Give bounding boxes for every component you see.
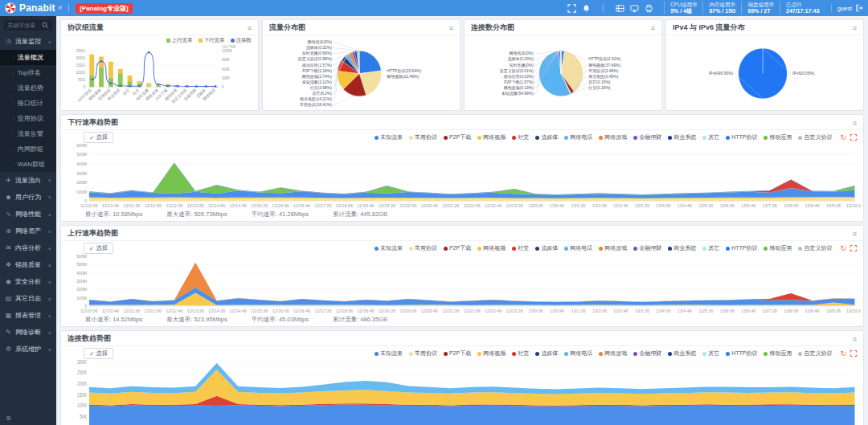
- legend-item-移动应用[interactable]: 移动应用: [764, 349, 792, 358]
- legend-item-金融理财[interactable]: 金融理财: [633, 244, 661, 252]
- refresh-icon[interactable]: ↻: [840, 350, 846, 358]
- legend-item-网络电话[interactable]: 网络电话: [564, 349, 592, 358]
- legend-item-下行流量[interactable]: 下行流量: [199, 37, 225, 44]
- downlink-area-chart[interactable]: 600M500M400M300M200M100M012/10:0612/10:4…: [61, 143, 863, 210]
- printer-icon[interactable]: [645, 4, 653, 13]
- logout-icon[interactable]: [855, 4, 863, 12]
- legend-item-网络视频[interactable]: 网络视频: [477, 349, 506, 358]
- legend-item-金融理财[interactable]: 金融理财: [633, 133, 661, 141]
- sidebar-collapse-icon[interactable]: ≡: [6, 414, 11, 423]
- brand-logo[interactable]: Panabit ®: [5, 2, 62, 14]
- legend-item-网络游戏[interactable]: 网络游戏: [599, 133, 627, 141]
- sidebar-item-流量流向[interactable]: ✈流量流向∨: [0, 172, 56, 189]
- notification-bell-icon[interactable]: [582, 4, 591, 13]
- legend-item-未知流量[interactable]: 未知流量: [375, 244, 403, 252]
- sidebar-item-应用协议[interactable]: ·应用协议: [0, 111, 56, 126]
- legend-item-移动应用[interactable]: 移动应用: [764, 133, 792, 141]
- legend-item-流媒体[interactable]: 流媒体: [535, 349, 558, 358]
- legend-item-上行流量[interactable]: 上行流量: [166, 37, 193, 44]
- legend-item-P2P下载[interactable]: P2P下载: [444, 349, 471, 358]
- legend-item-网络视频[interactable]: 网络视频: [477, 133, 506, 141]
- legend-item-网络电话[interactable]: 网络电话: [564, 133, 592, 141]
- select-button[interactable]: ✓选择: [84, 348, 113, 359]
- sidebar-item-其它日志[interactable]: ▤其它日志∨: [0, 290, 56, 307]
- legend-item-常用协议[interactable]: 常用协议: [409, 349, 437, 358]
- legend-item-社交[interactable]: 社交: [512, 244, 529, 252]
- panel-menu-icon[interactable]: ≡: [651, 24, 655, 32]
- sidebar-item-系统维护[interactable]: ⚙系统维护∨: [0, 341, 56, 358]
- monitor-icon[interactable]: [630, 4, 639, 13]
- legend-item-网络视频[interactable]: 网络视频: [477, 244, 506, 252]
- legend-item-其它[interactable]: 其它: [702, 349, 719, 358]
- legend-item-商业系统[interactable]: 商业系统: [668, 244, 696, 252]
- legend-item-网络游戏[interactable]: 网络游戏: [599, 244, 627, 252]
- legend-item-自定义协议[interactable]: 自定义协议: [798, 133, 832, 141]
- connection-pie-chart[interactable]: HTTP协议(2.42%)网络视频(37.49%)常用协议(2.46%)商业系统…: [465, 35, 661, 110]
- legend-item-移动应用[interactable]: 移动应用: [764, 244, 792, 252]
- legend-item-自定义协议[interactable]: 自定义协议: [798, 349, 832, 358]
- dashboard-icon[interactable]: [616, 4, 624, 13]
- legend-item-常用协议[interactable]: 常用协议: [409, 133, 437, 141]
- sidebar-item-Top排名[interactable]: ·Top排名: [0, 65, 56, 80]
- panel-menu-icon[interactable]: ≡: [449, 24, 453, 32]
- refresh-icon[interactable]: ↻: [840, 134, 846, 141]
- legend-item-商业系统[interactable]: 商业系统: [668, 133, 696, 141]
- legend-item-连接数[interactable]: 连接数: [231, 37, 252, 44]
- sidebar-item-流量监控[interactable]: ◷流量监控∨: [0, 33, 56, 50]
- sidebar-submenu: ·流量概况·Top排名·流量趋势·接口统计·应用协议·流量告警·内网群组·WAN…: [0, 50, 56, 172]
- legend-item-网络电话[interactable]: 网络电话: [564, 244, 592, 252]
- legend-item-社交[interactable]: 社交: [512, 349, 529, 358]
- sidebar-item-用户行为[interactable]: ☻用户行为∨: [0, 189, 56, 206]
- expand-icon[interactable]: [850, 350, 857, 357]
- panel-menu-icon[interactable]: ≡: [853, 335, 857, 343]
- legend-item-其它[interactable]: 其它: [702, 244, 719, 252]
- legend-item-其它[interactable]: 其它: [702, 133, 719, 141]
- legend-item-HTTP协议[interactable]: HTTP协议: [726, 133, 757, 141]
- legend-item-P2P下载[interactable]: P2P下载: [444, 244, 471, 252]
- fullscreen-icon[interactable]: [567, 4, 576, 13]
- panel-menu-icon[interactable]: ≡: [248, 24, 252, 32]
- legend-item-流媒体[interactable]: 流媒体: [535, 244, 558, 252]
- sidebar-search[interactable]: [4, 20, 52, 31]
- sidebar-item-链路质量[interactable]: ❖链路质量∨: [0, 256, 56, 273]
- legend-item-自定义协议[interactable]: 自定义协议: [798, 244, 832, 252]
- protocol-bar-chart[interactable]: 250G200G150G100G50G0120M90M60M30M0114.79…: [61, 44, 258, 110]
- sidebar-item-安全分析[interactable]: ◉安全分析∨: [0, 273, 56, 290]
- expand-icon[interactable]: [850, 245, 857, 251]
- select-button[interactable]: ✓选择: [84, 243, 113, 254]
- panel-menu-icon[interactable]: ≡: [853, 119, 857, 127]
- ip-version-pie-chart[interactable]: IPv6(0.05%)IPv4(99.95%): [666, 35, 863, 110]
- search-input[interactable]: [7, 22, 42, 28]
- select-button[interactable]: ✓选择: [84, 132, 113, 143]
- sidebar-item-报表管理[interactable]: ▦报表管理∨: [0, 307, 56, 324]
- search-icon[interactable]: [42, 22, 49, 29]
- sidebar-item-网络诊断[interactable]: ✎网络诊断∨: [0, 324, 56, 341]
- sidebar-item-内容分析[interactable]: ✉内容分析∨: [0, 239, 56, 256]
- sidebar-item-内网群组[interactable]: ·内网群组: [0, 141, 56, 157]
- legend-item-社交[interactable]: 社交: [512, 133, 529, 141]
- refresh-icon[interactable]: ↻: [840, 245, 846, 252]
- sidebar-item-流量告警[interactable]: ·流量告警: [0, 126, 56, 141]
- legend-item-未知流量[interactable]: 未知流量: [375, 349, 403, 358]
- sidebar-item-流量趋势[interactable]: ·流量趋势: [0, 80, 56, 96]
- sidebar-item-接口统计[interactable]: ·接口统计: [0, 96, 56, 111]
- traffic-pie-chart[interactable]: HTTP协议(23.64%)网络视频(22.49%)网络电话(0%)流媒体(0.…: [263, 35, 460, 110]
- uplink-area-chart[interactable]: 600M500M400M300M200M100M012/10:0612/10:4…: [61, 254, 863, 315]
- connections-area-chart[interactable]: 300K250K200K150K100K50K012/10:0612/10:46…: [61, 359, 863, 425]
- legend-item-HTTP协议[interactable]: HTTP协议: [726, 349, 757, 358]
- expand-icon[interactable]: [850, 134, 857, 141]
- sidebar-item-WAN群组[interactable]: ·WAN群组: [0, 157, 56, 172]
- legend-item-P2P下载[interactable]: P2P下载: [444, 133, 471, 141]
- panel-menu-icon[interactable]: ≡: [853, 24, 857, 32]
- legend-item-网络游戏[interactable]: 网络游戏: [599, 349, 627, 358]
- legend-item-常用协议[interactable]: 常用协议: [409, 244, 437, 252]
- sidebar-item-网络资产[interactable]: ⊕网络资产∨: [0, 223, 56, 239]
- sidebar-item-网络性能[interactable]: ∿网络性能∨: [0, 206, 56, 223]
- legend-item-未知流量[interactable]: 未知流量: [375, 133, 403, 141]
- legend-item-流媒体[interactable]: 流媒体: [535, 133, 558, 141]
- legend-item-金融理财[interactable]: 金融理财: [633, 349, 661, 358]
- legend-item-HTTP协议[interactable]: HTTP协议: [726, 244, 757, 252]
- panel-menu-icon[interactable]: ≡: [853, 230, 857, 238]
- sidebar-item-流量概况[interactable]: ·流量概况: [0, 50, 56, 65]
- legend-item-商业系统[interactable]: 商业系统: [668, 349, 696, 358]
